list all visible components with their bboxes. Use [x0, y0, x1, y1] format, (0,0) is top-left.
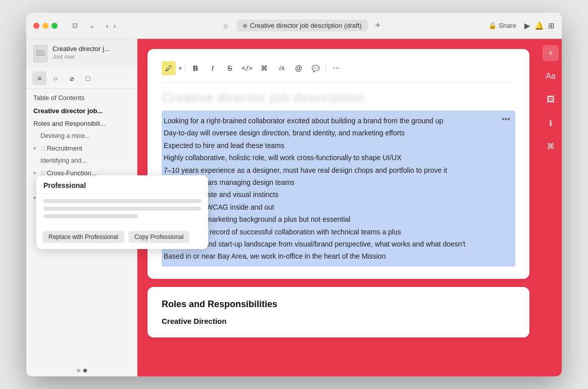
list-item: Should know WCAG inside and out	[164, 201, 513, 213]
toc-label-recruitment: Recruitment	[47, 144, 82, 152]
close-button[interactable]	[33, 23, 39, 29]
titlebar: ⊡ ⌄ ‹ › ⌂ Creative director job descript…	[26, 13, 562, 39]
tab-bar: ⌂ Creative director job description (dra…	[123, 19, 479, 33]
highlighter-button[interactable]: 🖊	[162, 61, 176, 75]
nav-arrows: ‹ ›	[104, 21, 118, 31]
share-label: Share	[499, 22, 516, 29]
more-options-button[interactable]: ⋯	[329, 61, 344, 75]
toc-item-recruitment[interactable]: ▾ □ Recruitment	[26, 142, 137, 155]
text-size-button[interactable]: Aa	[543, 68, 559, 84]
minimize-button[interactable]	[42, 23, 48, 29]
more-options-icon[interactable]: •••	[502, 115, 510, 124]
format-toolbar: 🖊 ▾ B I S </> ⌘ √x @ 💬 ⋯	[162, 61, 515, 83]
toc-item-creative-director[interactable]: Creative director job...	[26, 105, 137, 117]
autocomplete-line-2	[43, 207, 201, 211]
traffic-lights	[33, 23, 58, 29]
doc-small-icon: □	[41, 145, 45, 152]
list-item: Minimum 3 years managing design teams	[164, 176, 513, 188]
at-mention-button[interactable]: @	[291, 61, 306, 75]
doc-title-blurred: Creative director job description	[162, 90, 515, 106]
fullscreen-button[interactable]	[52, 23, 58, 29]
sidebar: Creative director j... Just now ≡ ○ ⌀ □ …	[26, 39, 137, 376]
sidebar-icon[interactable]: ⊡	[68, 20, 82, 31]
roles-title: Roles and Responsibilities	[162, 299, 515, 310]
doc-icon	[33, 45, 47, 62]
chevron-down-icon: ▾	[33, 145, 39, 151]
list-item: 7–10 years experience as a designer, mus…	[164, 164, 513, 176]
bookmark-button[interactable]: □	[81, 71, 95, 85]
autocomplete-actions: Replace with Professional Copy Professio…	[36, 227, 208, 249]
media-button[interactable]: 🖼	[543, 91, 559, 108]
tab-dot-icon	[243, 24, 247, 28]
bold-button[interactable]: B	[188, 61, 203, 75]
play-icon[interactable]: ▶	[524, 21, 530, 30]
tab-active[interactable]: Creative director job description (draft…	[237, 20, 368, 31]
autocomplete-preview	[36, 194, 208, 227]
tab-label: Creative director job description (draft…	[250, 22, 362, 29]
command-button[interactable]: ⌘	[543, 138, 559, 154]
link-button[interactable]: ⌘	[257, 61, 271, 75]
sidebar-toggle[interactable]: ⊡ ⌄	[68, 20, 99, 31]
info-button[interactable]: ℹ	[543, 115, 559, 131]
list-item: Day-to-day will oversee design direction…	[164, 127, 513, 139]
list-item: Looking for a right-brained collaborator…	[164, 115, 513, 127]
titlebar-right: 🔒 Share ▶ 🔔 ⊞	[484, 20, 555, 31]
attachment-button[interactable]: ⌀	[65, 71, 79, 85]
list-view-button[interactable]: ≡	[32, 71, 46, 85]
bell-icon[interactable]: 🔔	[534, 21, 544, 30]
strikethrough-button[interactable]: S	[223, 61, 237, 75]
share-button[interactable]: 🔒 Share	[484, 20, 520, 31]
search-button[interactable]: ○	[48, 71, 63, 85]
formula-button[interactable]: √x	[274, 61, 288, 75]
list-item: Performance marketing background a plus …	[164, 213, 513, 225]
dot-1[interactable]	[77, 369, 80, 372]
home-icon[interactable]: ⌂	[219, 19, 233, 33]
list-item: Must understand start-up landscape from …	[164, 238, 513, 250]
autocomplete-title: Professional	[36, 175, 208, 194]
toc-header: Table of Contents	[26, 89, 137, 105]
chevron-down-icon-2: ▾	[33, 170, 39, 176]
new-tab-button[interactable]: +	[372, 20, 384, 32]
layout-icon[interactable]: ⊞	[548, 21, 555, 30]
main-area: Creative director j... Just now ≡ ○ ⌀ □ …	[26, 39, 562, 376]
italic-button[interactable]: I	[206, 61, 220, 75]
replace-professional-button[interactable]: Replace with Professional	[42, 231, 124, 243]
copy-professional-button[interactable]: Copy Professional	[128, 231, 189, 243]
nav-forward-button[interactable]: ›	[112, 21, 118, 31]
autocomplete-popup: Professional Replace with Professional C…	[36, 175, 208, 249]
sidebar-doc-item[interactable]: Creative director j... Just now	[26, 39, 137, 68]
comment-button[interactable]: 💬	[309, 61, 323, 75]
sidebar-pagination	[26, 365, 137, 376]
code-button[interactable]: </>	[240, 61, 254, 75]
list-item: Demonstrable record of successful collab…	[164, 226, 513, 238]
list-item: Expected to hire and lead these teams	[164, 139, 513, 152]
doc-time: Just now	[53, 54, 130, 60]
chevron-down-icon[interactable]: ⌄	[85, 20, 99, 31]
lock-icon: 🔒	[488, 22, 497, 29]
list-item: Based in or near Bay Area, we work in-of…	[164, 250, 513, 262]
list-item: Impeccable taste and visual instincts	[164, 188, 513, 201]
dot-2[interactable]	[83, 369, 87, 372]
doc-info: Creative director j... Just now	[53, 45, 130, 60]
autocomplete-line-3	[43, 214, 138, 218]
bullet-list: Looking for a right-brained collaborator…	[164, 115, 513, 263]
doc-title: Creative director j...	[53, 45, 130, 53]
toolbar-separator-2	[326, 64, 326, 73]
autocomplete-line-1	[43, 199, 201, 203]
toc-item-devising[interactable]: Devising a mixe...	[26, 130, 137, 142]
roles-card: Roles and Responsibilities Creative Dire…	[148, 287, 529, 337]
sidebar-toolbar: ≡ ○ ⌀ □	[26, 68, 137, 89]
list-item: Highly collaborative, holistic role, wil…	[164, 152, 513, 164]
add-block-button[interactable]: +	[543, 45, 559, 61]
roles-sub-title: Creative Direction	[162, 317, 515, 325]
titlebar-icons: ▶ 🔔 ⊞	[524, 21, 555, 30]
fmt-dropdown-icon[interactable]: ▾	[179, 65, 182, 72]
toc-item-roles[interactable]: Roles and Responsibili...	[26, 117, 137, 130]
toc-item-identifying[interactable]: Identifying and...	[26, 155, 137, 167]
selected-text-block: ⋮⋮ ••• Looking for a right-brained colla…	[162, 111, 515, 267]
right-panel: + Aa 🖼 ℹ ⌘	[540, 39, 562, 376]
nav-back-button[interactable]: ‹	[104, 21, 111, 31]
toolbar-separator-1	[185, 64, 185, 73]
